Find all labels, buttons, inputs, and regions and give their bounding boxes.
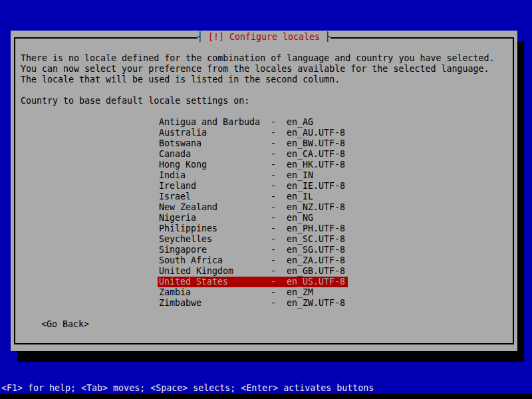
locale-separator: - xyxy=(271,287,276,298)
locale-separator: - xyxy=(271,234,276,245)
locale-country: Israel xyxy=(159,192,191,202)
locale-separator: - xyxy=(271,298,276,309)
locale-separator: - xyxy=(271,181,276,192)
locale-option-row[interactable]: Singapore - en_SG.UTF-8 xyxy=(11,245,517,255)
locale-country: New Zealand xyxy=(159,202,217,213)
locale-code: en_GB.UTF-8 xyxy=(287,266,345,277)
locale-code: en_BW.UTF-8 xyxy=(287,138,345,149)
locale-option-row[interactable]: Hong Kong - en_HK.UTF-8 xyxy=(11,160,517,170)
locale-separator: - xyxy=(271,245,276,255)
configure-locales-dialog: ┤ [!] Configure locales ├ There is no lo… xyxy=(11,31,517,351)
locale-country: India xyxy=(159,170,186,181)
locale-code: en_ZW.UTF-8 xyxy=(287,298,345,309)
locale-country: United States xyxy=(159,277,228,287)
locale-country: Australia xyxy=(159,128,207,138)
locale-option[interactable]: New Zealand - en_NZ.UTF-8 xyxy=(158,202,348,213)
locale-separator: - xyxy=(271,160,276,170)
locale-country: Singapore xyxy=(159,245,207,255)
installer-screen: ┤ [!] Configure locales ├ There is no lo… xyxy=(0,0,532,399)
locale-separator: - xyxy=(271,117,276,128)
locale-option[interactable]: Zambia - en_ZM xyxy=(158,287,348,298)
locale-code: en_US.UTF-8 xyxy=(287,277,345,287)
locale-option-row[interactable]: Australia - en_AU.UTF-8 xyxy=(11,128,517,138)
locale-option-row[interactable]: United States - en_US.UTF-8 xyxy=(11,277,517,287)
locale-option[interactable]: Canada - en_CA.UTF-8 xyxy=(158,149,348,160)
locale-country: United Kingdom xyxy=(159,266,233,277)
locale-country: Canada xyxy=(159,149,191,160)
locale-option-row[interactable]: South Africa - en_ZA.UTF-8 xyxy=(11,255,517,266)
locale-separator: - xyxy=(271,138,276,149)
locale-code: en_HK.UTF-8 xyxy=(287,160,345,170)
locale-option-row[interactable]: Nigeria - en_NG xyxy=(11,213,517,223)
locale-code: en_IE.UTF-8 xyxy=(287,181,345,192)
locale-code: en_SC.UTF-8 xyxy=(287,234,345,245)
locale-separator: - xyxy=(271,255,276,266)
locale-code: en_ZA.UTF-8 xyxy=(287,255,345,266)
locale-option-row[interactable]: United Kingdom - en_GB.UTF-8 xyxy=(11,266,517,277)
help-bar: <F1> for help; <Tab> moves; <Space> sele… xyxy=(1,383,374,394)
locale-country: South Africa xyxy=(159,255,223,266)
locale-option[interactable]: Israel - en_IL xyxy=(158,192,348,202)
locale-code: en_CA.UTF-8 xyxy=(287,149,345,160)
locale-country: Nigeria xyxy=(159,213,196,223)
locale-country: Zimbabwe xyxy=(159,298,201,309)
locale-option[interactable]: Australia - en_AU.UTF-8 xyxy=(158,128,348,138)
locale-code: en_IN xyxy=(287,170,313,181)
locale-option-row[interactable]: Zimbabwe - en_ZW.UTF-8 xyxy=(11,298,517,309)
country-prompt-label: Country to base default locale settings … xyxy=(21,96,249,106)
locale-option[interactable]: Zimbabwe - en_ZW.UTF-8 xyxy=(158,298,348,309)
locale-option-row[interactable]: Ireland - en_IE.UTF-8 xyxy=(11,181,517,192)
locale-option-row[interactable]: New Zealand - en_NZ.UTF-8 xyxy=(11,202,517,213)
locale-code: en_AU.UTF-8 xyxy=(287,128,345,138)
locale-separator: - xyxy=(271,213,276,223)
locale-option[interactable]: Botswana - en_BW.UTF-8 xyxy=(158,138,348,149)
locale-country: Hong Kong xyxy=(159,160,207,170)
locale-list: Antigua and Barbuda - en_AG Australia - … xyxy=(11,117,517,309)
locale-option[interactable]: Hong Kong - en_HK.UTF-8 xyxy=(158,160,348,170)
dialog-body-line-2: You can now select your preference from … xyxy=(21,64,489,74)
dialog-title-text: [!] Configure locales xyxy=(208,32,320,42)
locale-country: Zambia xyxy=(159,287,191,298)
locale-code: en_NZ.UTF-8 xyxy=(287,202,345,213)
locale-option[interactable]: Antigua and Barbuda - en_AG xyxy=(158,117,348,128)
locale-option[interactable]: India - en_IN xyxy=(158,170,348,181)
locale-code: en_ZM xyxy=(287,287,313,298)
locale-code: en_SG.UTF-8 xyxy=(287,245,345,255)
locale-separator: - xyxy=(271,149,276,160)
locale-country: Ireland xyxy=(159,181,196,192)
locale-country: Antigua and Barbuda xyxy=(159,117,260,128)
locale-option[interactable]: United Kingdom - en_GB.UTF-8 xyxy=(158,266,348,277)
locale-option-row[interactable]: Israel - en_IL xyxy=(11,192,517,202)
locale-separator: - xyxy=(271,192,276,202)
locale-option[interactable]: South Africa - en_ZA.UTF-8 xyxy=(158,255,348,266)
locale-option-row[interactable]: India - en_IN xyxy=(11,170,517,181)
locale-option[interactable]: Seychelles - en_SC.UTF-8 xyxy=(158,234,348,245)
dialog-title: ┤ [!] Configure locales ├ xyxy=(198,32,331,43)
locale-separator: - xyxy=(271,170,276,181)
locale-country: Philippines xyxy=(159,223,217,234)
title-right-cap: ├ xyxy=(320,32,331,42)
locale-separator: - xyxy=(271,223,276,234)
locale-code: en_AG xyxy=(287,117,313,128)
locale-code: en_NG xyxy=(287,213,313,223)
dialog-body-line-1: There is no locale defined for the combi… xyxy=(21,53,494,64)
locale-option-row[interactable]: Antigua and Barbuda - en_AG xyxy=(11,117,517,128)
locale-separator: - xyxy=(271,128,276,138)
locale-option-row[interactable]: Philippines - en_PH.UTF-8 xyxy=(11,223,517,234)
go-back-button[interactable]: <Go Back> xyxy=(41,319,89,330)
dialog-body-line-3: The locale that will be used is listed i… xyxy=(21,74,340,85)
locale-country: Seychelles xyxy=(159,234,212,245)
locale-option-row[interactable]: Seychelles - en_SC.UTF-8 xyxy=(11,234,517,245)
locale-option[interactable]: Nigeria - en_NG xyxy=(158,213,348,223)
locale-option-row[interactable]: Botswana - en_BW.UTF-8 xyxy=(11,138,517,149)
locale-separator: - xyxy=(271,202,276,213)
locale-separator: - xyxy=(271,266,276,277)
locale-option-row[interactable]: Canada - en_CA.UTF-8 xyxy=(11,149,517,160)
locale-option[interactable]: United States - en_US.UTF-8 xyxy=(158,277,348,287)
locale-code: en_IL xyxy=(287,192,313,202)
title-left-cap: ┤ xyxy=(198,32,208,42)
locale-option[interactable]: Philippines - en_PH.UTF-8 xyxy=(158,223,348,234)
locale-option[interactable]: Singapore - en_SG.UTF-8 xyxy=(158,245,348,255)
locale-option-row[interactable]: Zambia - en_ZM xyxy=(11,287,517,298)
locale-option[interactable]: Ireland - en_IE.UTF-8 xyxy=(158,181,348,192)
